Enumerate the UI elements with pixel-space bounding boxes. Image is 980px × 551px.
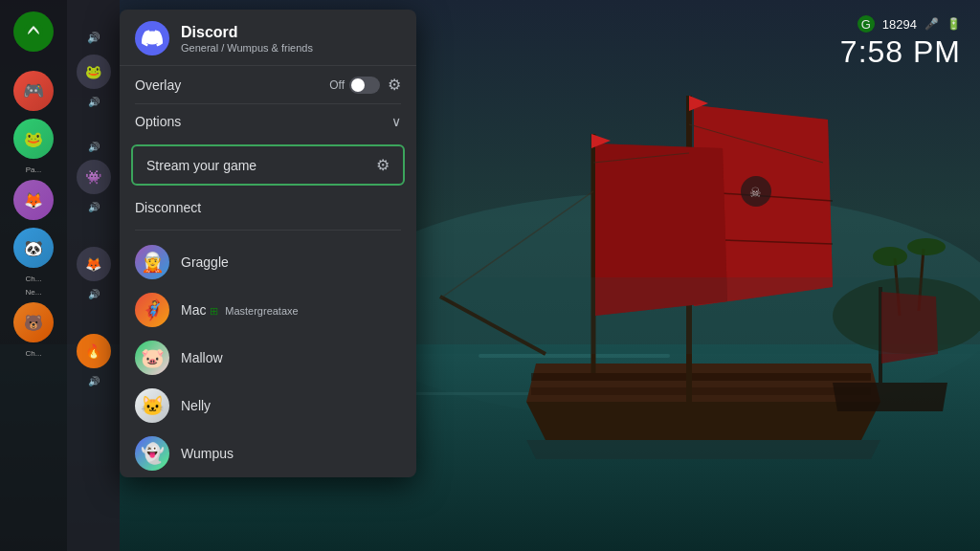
member-avatar-wumpus: 👻 xyxy=(135,436,169,471)
sidebar-vol-6: 🔊 xyxy=(88,376,100,386)
stream-game-button[interactable]: Stream your game ⚙ xyxy=(131,144,405,186)
chevron-down-icon: ∨ xyxy=(391,114,401,129)
hud-time: 7:58 PM xyxy=(840,34,961,70)
sidebar-strip2: 🔊 🐸 🔊 🔊 👾 🔊 🦊 🔊 🔥 🔊 xyxy=(67,0,120,551)
svg-marker-33 xyxy=(833,383,947,411)
member-item-nelly[interactable]: 🐱 Nelly xyxy=(120,382,416,430)
mic-hud-icon: 🎤 xyxy=(924,17,939,31)
member-name-mallow: Mallow xyxy=(181,350,223,365)
svg-text:☠: ☠ xyxy=(749,185,762,200)
sidebar-xbox-button[interactable] xyxy=(13,11,54,52)
sidebar-vol-4: 🔊 xyxy=(88,202,100,212)
hud-status-row: G 18294 🎤 🔋 xyxy=(840,15,961,33)
sidebar-avatar-s5: 🔥 xyxy=(77,334,111,368)
sidebar-item-5[interactable]: 🐻 xyxy=(0,300,67,344)
overlay-row: Overlay Off ⚙ xyxy=(120,66,416,103)
member-name-graggle: Graggle xyxy=(181,254,229,270)
sidebar-avatar-s3: 👾 xyxy=(77,160,111,194)
stream-label: Stream your game xyxy=(146,158,376,173)
sidebar-avatar-2: 🐸 xyxy=(13,119,54,159)
sidebar-avatar-s2: 🐸 xyxy=(77,55,111,89)
battery-hud-icon: 🔋 xyxy=(947,17,961,31)
member-avatar-mallow: 🐷 xyxy=(135,341,169,375)
member-item-mallow[interactable]: 🐷 Mallow xyxy=(120,334,416,382)
top-right-hud: G 18294 🎤 🔋 7:58 PM xyxy=(840,15,961,70)
toggle-group: Off xyxy=(329,77,380,94)
overlay-toggle[interactable] xyxy=(349,77,380,94)
svg-point-8 xyxy=(873,247,907,266)
discord-app-name: Discord xyxy=(181,23,313,41)
sidebar-item-2[interactable]: 🐸 xyxy=(0,117,67,161)
disconnect-label: Disconnect xyxy=(135,200,201,215)
sidebar-avatar-5: 🐻 xyxy=(13,302,54,342)
sidebar-vol-1: 🔊 xyxy=(87,32,100,44)
discord-header: Discord General / Wumpus & friends xyxy=(120,10,416,66)
member-name-mac: Mac ⊞ Mastergreataxe xyxy=(181,302,299,318)
svg-marker-12 xyxy=(526,364,880,402)
sidebar-item-4[interactable]: 🐼 xyxy=(0,226,67,270)
svg-rect-14 xyxy=(531,387,871,395)
options-row[interactable]: Options ∨ xyxy=(120,104,416,139)
sidebar-label-ne: Ne... xyxy=(26,288,42,297)
svg-point-37 xyxy=(24,22,43,41)
member-list: 🧝 Graggle 🦸 Mac ⊞ Mastergreataxe 🐷 xyxy=(120,238,416,477)
svg-rect-3 xyxy=(479,354,670,358)
sidebar-avatar-s4: 🦊 xyxy=(77,247,111,281)
overlay-label: Overlay xyxy=(135,77,322,93)
member-info-nelly: Nelly xyxy=(181,398,211,413)
options-label: Options xyxy=(135,114,391,129)
sidebar-label-ch1: Ch... xyxy=(26,275,42,283)
sidebar-item-3[interactable]: 🦊 xyxy=(0,178,67,222)
discord-channel: General / Wumpus & friends xyxy=(181,42,313,54)
member-avatar-graggle: 🧝 xyxy=(135,245,169,279)
xbox-hud-icon: G xyxy=(858,15,875,33)
disconnect-row[interactable]: Disconnect xyxy=(120,191,416,226)
svg-marker-11 xyxy=(526,402,880,440)
stream-gear-icon[interactable]: ⚙ xyxy=(376,156,390,174)
xbox-icon-mac: ⊞ xyxy=(210,305,218,317)
sidebar-label-pa: Pa... xyxy=(26,165,41,174)
member-info-mallow: Mallow xyxy=(181,350,223,365)
member-sub-mac: Mastergreataxe xyxy=(225,305,298,317)
svg-marker-32 xyxy=(526,440,880,459)
member-info-mac: Mac ⊞ Mastergreataxe xyxy=(181,302,299,318)
member-separator xyxy=(135,230,401,231)
sidebar-avatar-1: 🎮 xyxy=(13,71,54,111)
sidebar-item-1[interactable]: 🎮 xyxy=(0,69,67,113)
member-item-mac[interactable]: 🦸 Mac ⊞ Mastergreataxe xyxy=(120,286,416,334)
member-item-wumpus[interactable]: 👻 Wumpus xyxy=(120,430,416,477)
overlay-gear-icon[interactable]: ⚙ xyxy=(388,76,401,94)
svg-rect-36 xyxy=(412,277,980,354)
member-item-graggle[interactable]: 🧝 Graggle xyxy=(120,238,416,286)
svg-point-10 xyxy=(907,238,946,255)
discord-title-block: Discord General / Wumpus & friends xyxy=(181,23,313,53)
sidebar-vol-2: 🔊 xyxy=(88,97,100,107)
member-avatar-nelly: 🐱 xyxy=(135,388,169,423)
member-avatar-mac: 🦸 xyxy=(135,293,169,327)
sidebar-avatar-3: 🦊 xyxy=(13,180,54,220)
discord-panel: Discord General / Wumpus & friends Overl… xyxy=(120,10,416,477)
discord-logo-icon xyxy=(135,21,169,55)
sidebar-label-ch2: Ch... xyxy=(26,349,42,358)
member-info-graggle: Graggle xyxy=(181,254,229,270)
sidebar-avatar-4: 🐼 xyxy=(13,228,54,268)
member-name-nelly: Nelly xyxy=(181,398,211,413)
sidebar-vol-3: 🔊 xyxy=(88,142,100,152)
sidebar-strip: 🎮 🐸 Pa... 🦊 🐼 Ch... Ne... 🐻 Ch... xyxy=(0,0,67,551)
svg-rect-13 xyxy=(531,373,871,381)
toggle-state-text: Off xyxy=(329,78,345,92)
member-info-wumpus: Wumpus xyxy=(181,446,234,461)
member-name-wumpus: Wumpus xyxy=(181,446,234,461)
hud-score: 18294 xyxy=(882,17,917,32)
sidebar-vol-5: 🔊 xyxy=(88,289,100,299)
